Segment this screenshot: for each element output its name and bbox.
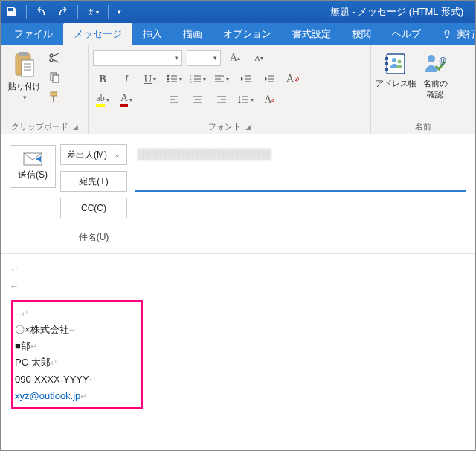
font-family-select[interactable]: ▾ xyxy=(93,50,182,66)
save-icon[interactable] xyxy=(5,6,17,18)
format-painter-button[interactable] xyxy=(47,90,62,103)
separator xyxy=(77,5,78,19)
separator xyxy=(26,5,27,19)
check-names-label: 名前の 確認 xyxy=(423,78,448,100)
tab-review[interactable]: 校閲 xyxy=(341,23,382,45)
align-button[interactable]: ▾ xyxy=(212,71,231,87)
chevron-down-icon: ⌄ xyxy=(115,151,120,158)
font-color-glyph: A xyxy=(120,92,128,107)
tab-tell-me[interactable]: 実行したい作 xyxy=(431,23,476,45)
address-book-icon xyxy=(384,51,409,77)
subject-input[interactable] xyxy=(135,228,466,246)
dialog-launcher-icon[interactable]: ◢ xyxy=(245,123,251,131)
group-names: アドレス帳 @ 名前の 確認 名前 xyxy=(371,45,475,134)
svg-point-13 xyxy=(167,81,170,83)
styles-button[interactable]: Aa xyxy=(260,91,279,108)
group-font: ▾ ▾ A▴ A▾ B I U▾ ▾ 123▾ ▾ A⊘ ab▾ A▾ xyxy=(89,45,371,134)
tab-options[interactable]: オプション xyxy=(213,23,282,45)
copy-icon xyxy=(48,71,60,83)
align-left-button[interactable] xyxy=(164,91,184,108)
tab-message[interactable]: メッセージ xyxy=(63,23,132,45)
sig-email-link[interactable]: xyz@outlook.jp xyxy=(15,390,80,401)
shrink-font-button[interactable]: A▾ xyxy=(249,50,268,66)
paragraph-mark-icon: ↵ xyxy=(11,265,18,274)
svg-text:@: @ xyxy=(439,56,446,65)
tab-help[interactable]: ヘルプ xyxy=(382,23,431,45)
svg-point-48 xyxy=(397,60,401,64)
line-spacing-button[interactable]: ▾ xyxy=(236,91,255,108)
paste-icon xyxy=(12,51,37,80)
outdent-icon xyxy=(239,74,251,83)
align-center-icon xyxy=(193,95,203,104)
highlight-button[interactable]: ab▾ xyxy=(93,91,112,108)
italic-button[interactable]: I xyxy=(117,71,136,87)
font-size-select[interactable]: ▾ xyxy=(187,50,221,66)
shrink-font-glyph: A xyxy=(254,53,260,62)
svg-rect-8 xyxy=(53,75,59,82)
message-header: 送信(S) 差出人(M) ⌄ 宛先(T) CC(C) xyxy=(1,134,475,254)
font-color-button[interactable]: A▾ xyxy=(117,91,136,108)
dialog-launcher-icon[interactable]: ◢ xyxy=(73,123,78,131)
decrease-indent-button[interactable] xyxy=(236,71,255,87)
from-label: 差出人(M) xyxy=(67,149,107,161)
check-names-button[interactable]: @ 名前の 確認 xyxy=(422,51,448,100)
grow-font-button[interactable]: A▴ xyxy=(225,50,245,66)
cc-input[interactable] xyxy=(135,198,466,218)
redo-icon[interactable] xyxy=(57,6,68,18)
numbering-icon: 123 xyxy=(190,74,202,84)
send-icon xyxy=(23,152,42,166)
increase-indent-button[interactable] xyxy=(260,71,279,87)
address-book-label: アドレス帳 xyxy=(376,78,416,89)
group-font-label: フォント xyxy=(208,121,241,132)
numbering-button[interactable]: 123▾ xyxy=(188,71,208,87)
chevron-down-icon: ▾ xyxy=(23,94,27,101)
align-left-icon xyxy=(169,95,179,104)
group-clipboard-label: クリップボード xyxy=(11,121,68,132)
tab-insert[interactable]: 挿入 xyxy=(132,23,173,45)
group-names-label: 名前 xyxy=(415,121,431,132)
check-names-icon: @ xyxy=(422,51,448,77)
tab-draw[interactable]: 描画 xyxy=(173,23,213,45)
send-button[interactable]: 送信(S) xyxy=(10,145,56,188)
subject-label: 件名(U) xyxy=(60,231,127,244)
bullets-button[interactable]: ▾ xyxy=(164,71,184,87)
svg-rect-2 xyxy=(19,52,28,56)
group-clipboard: 貼り付け ▾ クリップボード ◢ xyxy=(1,45,89,134)
sig-name: PC 太郎 xyxy=(15,357,51,368)
align-center-button[interactable] xyxy=(188,91,208,108)
paste-label: 貼り付け xyxy=(8,81,41,92)
highlight-glyph: ab xyxy=(96,93,104,107)
sig-phone: 090-XXXX-YYYY xyxy=(15,374,89,385)
align-right-icon xyxy=(216,95,227,104)
cut-button[interactable] xyxy=(47,51,62,65)
paste-button[interactable]: 貼り付け ▾ xyxy=(5,48,44,101)
to-button[interactable]: 宛先(T) xyxy=(60,171,127,192)
bullets-icon xyxy=(166,74,178,84)
line-spacing-icon xyxy=(237,94,249,105)
svg-rect-45 xyxy=(385,62,388,65)
cc-label: CC(C) xyxy=(81,203,106,213)
cc-button[interactable]: CC(C) xyxy=(60,198,127,218)
copy-button[interactable] xyxy=(47,71,62,84)
svg-rect-46 xyxy=(385,68,388,71)
clear-format-button[interactable]: A⊘ xyxy=(283,71,303,87)
bold-button[interactable]: B xyxy=(93,71,112,87)
to-input[interactable] xyxy=(135,171,466,192)
grow-font-glyph: A xyxy=(230,52,237,64)
from-button[interactable]: 差出人(M) ⌄ xyxy=(60,144,127,165)
text-cursor xyxy=(138,174,138,187)
quick-access-toolbar: ▾ ▾ xyxy=(5,5,121,19)
underline-glyph: U xyxy=(144,73,152,85)
message-body[interactable]: ↵ ↵ --↵ 〇×株式会社↵ ■部↵ PC 太郎↵ 090-XXXX-YYYY… xyxy=(1,254,475,417)
align-right-button[interactable] xyxy=(212,91,231,108)
qat-customize-icon[interactable]: ▾ xyxy=(118,8,121,16)
clear-format-glyph: A xyxy=(286,73,294,85)
styles-glyph: A xyxy=(264,94,271,106)
tab-file[interactable]: ファイル xyxy=(4,23,63,45)
tell-me-label: 実行したい作 xyxy=(457,27,476,41)
tab-format[interactable]: 書式設定 xyxy=(282,23,341,45)
address-book-button[interactable]: アドレス帳 xyxy=(376,51,416,89)
accessibility-icon[interactable]: ▾ xyxy=(87,6,99,18)
underline-button[interactable]: U▾ xyxy=(141,71,160,87)
undo-icon[interactable] xyxy=(36,6,48,18)
